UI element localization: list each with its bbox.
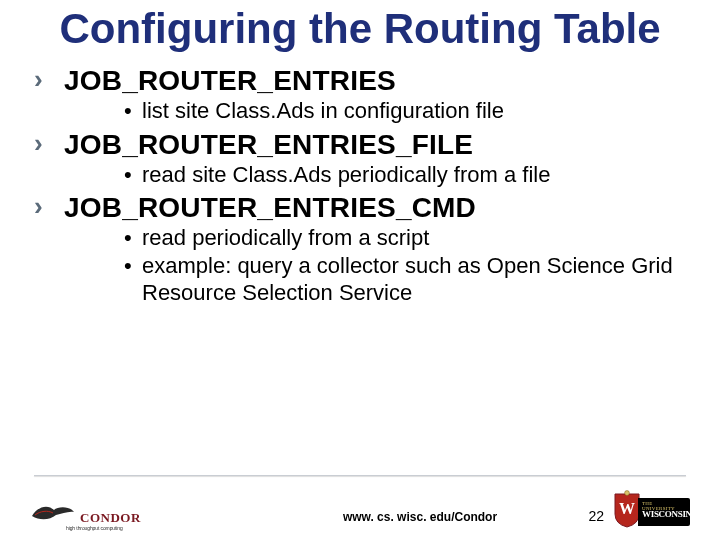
slide-title: Configuring the Routing Table	[0, 6, 720, 51]
bullet-heading: JOB_ROUTER_ENTRIES	[64, 65, 396, 97]
condor-tagline: high throughput computing	[66, 525, 123, 531]
slide-content: › JOB_ROUTER_ENTRIES • list site Class.A…	[0, 65, 720, 307]
bullet-heading: JOB_ROUTER_ENTRIES_FILE	[64, 129, 473, 161]
sub-bullet: • example: query a collector such as Ope…	[124, 252, 686, 307]
bullet-item: › JOB_ROUTER_ENTRIES_CMD • read periodic…	[34, 192, 686, 307]
chevron-right-icon: ›	[34, 130, 64, 156]
dot-icon: •	[124, 161, 142, 189]
dot-icon: •	[124, 252, 142, 280]
bullet-item: › JOB_ROUTER_ENTRIES_FILE • read site Cl…	[34, 129, 686, 189]
page-number: 22	[588, 508, 604, 524]
dot-icon: •	[124, 97, 142, 125]
footer: CONDOR high throughput computing www. cs…	[0, 476, 720, 540]
wisconsin-logo: W THE UNIVERSITY WISCONSIN	[612, 490, 690, 534]
sub-bullet-text: list site Class.Ads in configuration fil…	[142, 97, 686, 125]
chevron-right-icon: ›	[34, 66, 64, 92]
svg-point-1	[625, 491, 630, 496]
bullet-heading: JOB_ROUTER_ENTRIES_CMD	[64, 192, 476, 224]
sub-bullet-text: example: query a collector such as Open …	[142, 252, 686, 307]
dot-icon: •	[124, 224, 142, 252]
sub-bullet-text: read periodically from a script	[142, 224, 686, 252]
chevron-right-icon: ›	[34, 193, 64, 219]
bullet-item: › JOB_ROUTER_ENTRIES • list site Class.A…	[34, 65, 686, 125]
sub-bullet: • read site Class.Ads periodically from …	[124, 161, 686, 189]
svg-text:W: W	[619, 500, 635, 517]
sub-bullet: • read periodically from a script	[124, 224, 686, 252]
wisconsin-main-text: WISCONSIN	[642, 509, 687, 519]
sub-bullet: • list site Class.Ads in configuration f…	[124, 97, 686, 125]
wisconsin-band: THE UNIVERSITY WISCONSIN	[638, 498, 690, 526]
sub-bullet-text: read site Class.Ads periodically from a …	[142, 161, 686, 189]
slide: Configuring the Routing Table › JOB_ROUT…	[0, 6, 720, 540]
